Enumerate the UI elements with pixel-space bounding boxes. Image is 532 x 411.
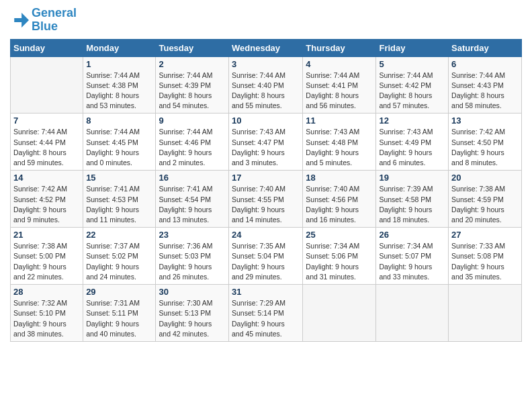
calendar-week-row: 7Sunrise: 7:44 AM Sunset: 4:44 PM Daylig… bbox=[11, 113, 522, 171]
logo-icon bbox=[10, 11, 29, 30]
day-number: 29 bbox=[86, 287, 152, 297]
day-number: 4 bbox=[306, 59, 373, 69]
day-info: Sunrise: 7:41 AM Sunset: 4:53 PM Dayligh… bbox=[86, 184, 152, 225]
calendar-cell: 14Sunrise: 7:42 AM Sunset: 4:52 PM Dayli… bbox=[11, 171, 83, 228]
header-thursday: Thursday bbox=[303, 39, 376, 56]
calendar-cell: 1Sunrise: 7:44 AM Sunset: 4:38 PM Daylig… bbox=[83, 56, 156, 113]
day-number: 21 bbox=[13, 230, 80, 240]
day-info: Sunrise: 7:38 AM Sunset: 4:59 PM Dayligh… bbox=[451, 184, 519, 225]
day-number: 19 bbox=[379, 173, 445, 183]
day-info: Sunrise: 7:38 AM Sunset: 5:00 PM Dayligh… bbox=[13, 241, 80, 282]
day-info: Sunrise: 7:39 AM Sunset: 4:58 PM Dayligh… bbox=[379, 184, 445, 225]
day-info: Sunrise: 7:36 AM Sunset: 5:03 PM Dayligh… bbox=[159, 241, 226, 282]
calendar-cell bbox=[11, 56, 83, 113]
logo: General Blue bbox=[10, 7, 77, 34]
calendar-cell bbox=[449, 285, 522, 342]
day-info: Sunrise: 7:43 AM Sunset: 4:49 PM Dayligh… bbox=[379, 127, 445, 168]
day-number: 27 bbox=[451, 230, 519, 240]
day-info: Sunrise: 7:43 AM Sunset: 4:48 PM Dayligh… bbox=[306, 127, 373, 168]
day-info: Sunrise: 7:44 AM Sunset: 4:38 PM Dayligh… bbox=[86, 71, 152, 111]
day-number: 5 bbox=[379, 59, 445, 69]
calendar-cell: 13Sunrise: 7:42 AM Sunset: 4:50 PM Dayli… bbox=[449, 113, 522, 171]
calendar-cell bbox=[303, 285, 376, 342]
day-info: Sunrise: 7:35 AM Sunset: 5:04 PM Dayligh… bbox=[232, 241, 300, 282]
day-info: Sunrise: 7:40 AM Sunset: 4:56 PM Dayligh… bbox=[306, 184, 373, 225]
header-monday: Monday bbox=[83, 39, 156, 56]
day-number: 11 bbox=[306, 116, 373, 126]
calendar-cell: 6Sunrise: 7:44 AM Sunset: 4:43 PM Daylig… bbox=[449, 56, 522, 113]
header: General Blue bbox=[10, 7, 522, 34]
calendar-cell: 5Sunrise: 7:44 AM Sunset: 4:42 PM Daylig… bbox=[376, 56, 449, 113]
calendar-cell: 19Sunrise: 7:39 AM Sunset: 4:58 PM Dayli… bbox=[376, 171, 449, 228]
calendar-cell: 7Sunrise: 7:44 AM Sunset: 4:44 PM Daylig… bbox=[11, 113, 83, 171]
day-number: 3 bbox=[232, 59, 300, 69]
day-number: 2 bbox=[159, 59, 226, 69]
day-number: 16 bbox=[159, 173, 226, 183]
day-info: Sunrise: 7:44 AM Sunset: 4:46 PM Dayligh… bbox=[159, 127, 226, 168]
day-info: Sunrise: 7:32 AM Sunset: 5:10 PM Dayligh… bbox=[13, 298, 80, 339]
calendar-cell: 15Sunrise: 7:41 AM Sunset: 4:53 PM Dayli… bbox=[83, 171, 156, 228]
day-number: 18 bbox=[306, 173, 373, 183]
day-info: Sunrise: 7:44 AM Sunset: 4:42 PM Dayligh… bbox=[379, 71, 445, 111]
svg-marker-0 bbox=[14, 13, 29, 28]
calendar-week-row: 14Sunrise: 7:42 AM Sunset: 4:52 PM Dayli… bbox=[11, 171, 522, 228]
calendar-cell: 28Sunrise: 7:32 AM Sunset: 5:10 PM Dayli… bbox=[11, 285, 83, 342]
day-number: 6 bbox=[451, 59, 519, 69]
calendar-week-row: 28Sunrise: 7:32 AM Sunset: 5:10 PM Dayli… bbox=[11, 285, 522, 342]
day-info: Sunrise: 7:42 AM Sunset: 4:52 PM Dayligh… bbox=[13, 184, 80, 225]
day-number: 1 bbox=[86, 59, 152, 69]
day-info: Sunrise: 7:44 AM Sunset: 4:43 PM Dayligh… bbox=[451, 71, 519, 111]
day-number: 30 bbox=[159, 287, 226, 297]
calendar-cell: 30Sunrise: 7:30 AM Sunset: 5:13 PM Dayli… bbox=[156, 285, 229, 342]
calendar-cell: 11Sunrise: 7:43 AM Sunset: 4:48 PM Dayli… bbox=[303, 113, 376, 171]
day-number: 23 bbox=[159, 230, 226, 240]
day-info: Sunrise: 7:44 AM Sunset: 4:44 PM Dayligh… bbox=[13, 127, 80, 168]
day-number: 14 bbox=[13, 173, 80, 183]
calendar-cell: 26Sunrise: 7:34 AM Sunset: 5:07 PM Dayli… bbox=[376, 228, 449, 285]
day-info: Sunrise: 7:44 AM Sunset: 4:39 PM Dayligh… bbox=[159, 71, 226, 111]
day-number: 15 bbox=[86, 173, 152, 183]
calendar-week-row: 21Sunrise: 7:38 AM Sunset: 5:00 PM Dayli… bbox=[11, 228, 522, 285]
day-info: Sunrise: 7:34 AM Sunset: 5:07 PM Dayligh… bbox=[379, 241, 445, 282]
day-number: 7 bbox=[13, 116, 80, 126]
calendar-cell: 17Sunrise: 7:40 AM Sunset: 4:55 PM Dayli… bbox=[229, 171, 303, 228]
calendar-cell bbox=[376, 285, 449, 342]
calendar-cell: 12Sunrise: 7:43 AM Sunset: 4:49 PM Dayli… bbox=[376, 113, 449, 171]
header-tuesday: Tuesday bbox=[156, 39, 229, 56]
day-info: Sunrise: 7:44 AM Sunset: 4:41 PM Dayligh… bbox=[306, 71, 373, 111]
page-container: General Blue SundayMondayTuesdayWednesda… bbox=[0, 0, 532, 349]
day-number: 9 bbox=[159, 116, 226, 126]
calendar-cell: 22Sunrise: 7:37 AM Sunset: 5:02 PM Dayli… bbox=[83, 228, 156, 285]
day-info: Sunrise: 7:40 AM Sunset: 4:55 PM Dayligh… bbox=[232, 184, 300, 225]
day-info: Sunrise: 7:37 AM Sunset: 5:02 PM Dayligh… bbox=[86, 241, 152, 282]
day-number: 28 bbox=[13, 287, 80, 297]
day-info: Sunrise: 7:43 AM Sunset: 4:47 PM Dayligh… bbox=[232, 127, 300, 168]
calendar-table: SundayMondayTuesdayWednesdayThursdayFrid… bbox=[10, 39, 522, 342]
calendar-cell: 31Sunrise: 7:29 AM Sunset: 5:14 PM Dayli… bbox=[229, 285, 303, 342]
day-info: Sunrise: 7:30 AM Sunset: 5:13 PM Dayligh… bbox=[159, 298, 226, 339]
calendar-cell: 21Sunrise: 7:38 AM Sunset: 5:00 PM Dayli… bbox=[11, 228, 83, 285]
day-info: Sunrise: 7:44 AM Sunset: 4:40 PM Dayligh… bbox=[232, 71, 300, 111]
header-friday: Friday bbox=[376, 39, 449, 56]
calendar-cell: 23Sunrise: 7:36 AM Sunset: 5:03 PM Dayli… bbox=[156, 228, 229, 285]
calendar-cell: 8Sunrise: 7:44 AM Sunset: 4:45 PM Daylig… bbox=[83, 113, 156, 171]
header-sunday: Sunday bbox=[11, 39, 83, 56]
day-number: 8 bbox=[86, 116, 152, 126]
day-number: 13 bbox=[451, 116, 519, 126]
day-number: 12 bbox=[379, 116, 445, 126]
day-info: Sunrise: 7:42 AM Sunset: 4:50 PM Dayligh… bbox=[451, 127, 519, 168]
calendar-cell: 2Sunrise: 7:44 AM Sunset: 4:39 PM Daylig… bbox=[156, 56, 229, 113]
calendar-cell: 18Sunrise: 7:40 AM Sunset: 4:56 PM Dayli… bbox=[303, 171, 376, 228]
calendar-cell: 4Sunrise: 7:44 AM Sunset: 4:41 PM Daylig… bbox=[303, 56, 376, 113]
day-number: 25 bbox=[306, 230, 373, 240]
day-number: 22 bbox=[86, 230, 152, 240]
logo-text: General Blue bbox=[32, 7, 77, 34]
day-number: 31 bbox=[232, 287, 300, 297]
calendar-cell: 10Sunrise: 7:43 AM Sunset: 4:47 PM Dayli… bbox=[229, 113, 303, 171]
day-number: 20 bbox=[451, 173, 519, 183]
day-number: 24 bbox=[232, 230, 300, 240]
calendar-cell: 25Sunrise: 7:34 AM Sunset: 5:06 PM Dayli… bbox=[303, 228, 376, 285]
calendar-cell: 3Sunrise: 7:44 AM Sunset: 4:40 PM Daylig… bbox=[229, 56, 303, 113]
calendar-cell: 29Sunrise: 7:31 AM Sunset: 5:11 PM Dayli… bbox=[83, 285, 156, 342]
calendar-week-row: 1Sunrise: 7:44 AM Sunset: 4:38 PM Daylig… bbox=[11, 56, 522, 113]
